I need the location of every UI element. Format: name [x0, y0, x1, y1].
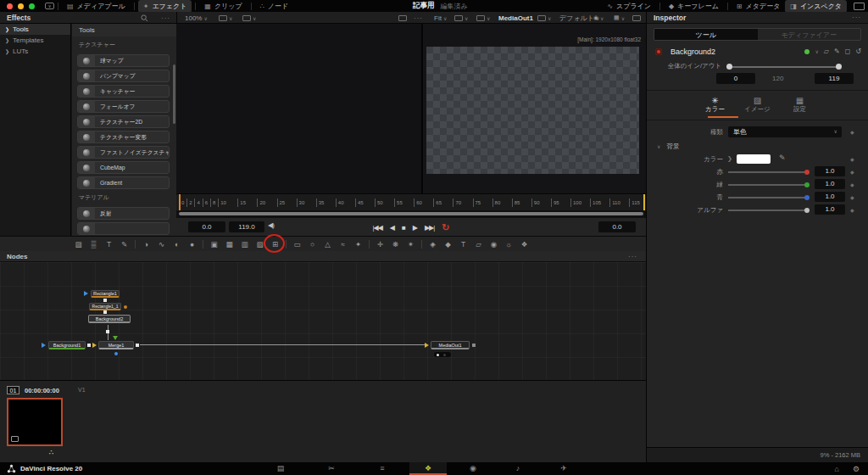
media-pool-button[interactable]: ▤ メディアプール	[62, 0, 131, 13]
right-viewer[interactable]: [Main]: 1920x1080 float32	[423, 24, 646, 193]
timeline-ruler[interactable]: 0246810152025303540455055606570758085909…	[176, 193, 646, 210]
play-reverse-button[interactable]: ◀	[390, 224, 394, 232]
node-background1[interactable]: Background1	[48, 341, 86, 349]
right-viewer-options-select[interactable]: ∨	[476, 12, 490, 24]
channel-value-field[interactable]: 1.0	[815, 166, 845, 176]
range-start-field[interactable]: 0	[716, 73, 755, 84]
viewer-grid-select[interactable]: ▦∨	[614, 12, 625, 24]
ellipse-mask-icon[interactable]: ○	[307, 239, 318, 249]
tool-item[interactable]: Gradient	[77, 176, 170, 189]
channel-value-field[interactable]: 1.0	[815, 179, 845, 189]
tool-item[interactable]: テクスチャー変形	[77, 131, 170, 143]
planar-tracker-icon[interactable]: ❋	[390, 239, 401, 249]
background-section-header[interactable]: ∨ 背景	[647, 141, 868, 153]
blur-icon[interactable]: ●	[186, 239, 198, 249]
tool-item[interactable]: バンプマップ	[77, 70, 170, 82]
page-media-button[interactable]: ▤	[268, 462, 293, 475]
page-color-button[interactable]: ◉	[460, 462, 486, 475]
subtab-settings[interactable]: ▦設定	[786, 96, 815, 116]
nodes-options-icon[interactable]: ···	[628, 253, 637, 260]
tool-item[interactable]: 球マップ	[77, 54, 170, 67]
maximize-window-icon[interactable]	[29, 3, 35, 9]
mask-paint-icon[interactable]: ✦	[353, 239, 364, 249]
magic-mask-icon[interactable]: ✴	[405, 239, 416, 249]
keyframe-icon[interactable]: ◆	[850, 182, 854, 187]
slider-handle[interactable]	[804, 170, 810, 175]
color-swatch[interactable]	[737, 154, 771, 164]
keyframe-icon[interactable]: ◆	[850, 194, 854, 200]
left-viewer[interactable]	[176, 24, 421, 193]
pick-icon[interactable]: ✎	[834, 48, 840, 55]
viewer-assign-buttons[interactable]	[434, 352, 451, 357]
left-viewer-more-icon[interactable]: ···	[414, 12, 423, 24]
merge-3d-icon[interactable]: ◈	[427, 239, 438, 249]
viewer1-dot-icon[interactable]	[437, 354, 439, 356]
node-pin[interactable]	[136, 344, 139, 347]
paint-icon[interactable]: ✎	[119, 239, 130, 249]
current-frame-field[interactable]: 0.0	[598, 221, 636, 232]
spline-button[interactable]: ∿ スプライン	[602, 0, 656, 13]
page-deliver-button[interactable]: ✈	[551, 462, 576, 475]
node-graph[interactable]: Rectangle1 Rectangle1_1 Background2 Back…	[0, 262, 646, 380]
range-start-handle[interactable]	[726, 64, 732, 70]
sidebar-item-luts[interactable]: ❯ LUTs	[0, 46, 70, 57]
node-rectangle1-1[interactable]: Rectangle1_1	[89, 303, 121, 310]
range-end-field[interactable]: 119	[815, 73, 854, 84]
project-check-icon[interactable]: ∨	[45, 3, 54, 9]
node-background2[interactable]: Background2	[88, 315, 131, 323]
channel-slider[interactable]	[728, 184, 806, 186]
reset-icon[interactable]: ↺	[855, 48, 861, 55]
text-icon[interactable]: T	[103, 239, 114, 249]
inspector-button[interactable]: ◨ インスペクタ	[785, 0, 847, 13]
metadata-button[interactable]: ⊞ メタデータ	[732, 0, 785, 13]
tool-item[interactable]	[77, 222, 170, 235]
right-viewer-channel-select[interactable]: ∨	[454, 12, 468, 24]
page-fusion-button[interactable]: ❖	[409, 462, 447, 475]
sidebar-item-templates[interactable]: ❯ Templates	[0, 35, 70, 46]
viewer-3d-select[interactable]: ◉∨	[593, 12, 604, 24]
node-enable-toggle[interactable]	[655, 48, 662, 55]
slider-handle[interactable]	[804, 208, 810, 213]
bspline-mask-icon[interactable]: ≈	[337, 239, 348, 249]
page-fairlight-button[interactable]: ♪	[505, 462, 531, 475]
global-in-out-slider[interactable]	[728, 66, 840, 68]
left-viewer-options-select[interactable]: ∨	[242, 12, 256, 24]
camera-3d-icon[interactable]: ◉	[488, 239, 499, 249]
slider-handle[interactable]	[804, 182, 810, 187]
minimize-window-icon[interactable]	[18, 3, 24, 9]
right-viewer-fit-select[interactable]: Fit∨	[434, 12, 447, 24]
renderer-3d-icon[interactable]: ❖	[519, 239, 530, 249]
fast-noise-icon[interactable]: ▒	[88, 239, 99, 249]
tracker-icon[interactable]: ✛	[375, 239, 386, 249]
subtab-color[interactable]: ✳カラー	[701, 96, 730, 116]
keyframe-icon[interactable]: ◆	[850, 169, 854, 175]
type-dropdown[interactable]: 単色 ∨	[728, 126, 842, 137]
tools-scrollbar[interactable]	[173, 64, 175, 124]
skip-start-button[interactable]: |◀◀	[372, 224, 381, 232]
channel-value-field[interactable]: 1.0	[815, 192, 845, 202]
channel-slider[interactable]	[728, 171, 806, 173]
node-pin[interactable]	[106, 330, 109, 333]
tool-item[interactable]: 反射	[77, 207, 170, 220]
project-manager-icon[interactable]: ⌂	[834, 465, 838, 473]
page-edit-button[interactable]: ≡	[370, 462, 395, 475]
node-pin[interactable]	[103, 299, 107, 302]
tool-item[interactable]: テクスチャー2D	[77, 115, 170, 128]
subtab-image[interactable]: ▨イメージ	[743, 96, 772, 116]
channel-slider[interactable]	[728, 197, 806, 198]
close-window-icon[interactable]	[7, 3, 13, 9]
pipette-icon[interactable]: ✎	[779, 154, 786, 162]
slider-handle[interactable]	[804, 195, 810, 200]
range-out-field[interactable]: 119.0	[229, 221, 264, 232]
versions-icon[interactable]: ▱	[824, 48, 829, 55]
node-pin[interactable]	[87, 344, 91, 347]
spot-light-3d-icon[interactable]: ☼	[504, 239, 515, 249]
shape-3d-icon[interactable]: ◆	[442, 239, 453, 249]
effects-search-icon[interactable]	[141, 12, 148, 24]
merge-icon[interactable]: ▣	[209, 239, 220, 249]
right-viewer-single-icon[interactable]	[632, 12, 641, 24]
left-viewer-zoom-select[interactable]: 100%∨	[185, 12, 208, 24]
clips-button[interactable]: ▦ クリップ	[199, 0, 247, 13]
range-end-handle[interactable]	[836, 64, 842, 70]
clip-thumbnail[interactable]	[7, 398, 63, 446]
